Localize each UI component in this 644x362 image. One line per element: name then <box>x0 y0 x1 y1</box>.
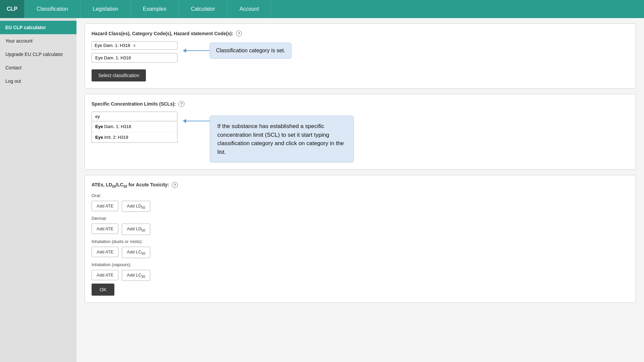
scl-input-area: Eye Dam. 1: H318 Eye Irrit. 2: H319 <box>92 112 177 143</box>
inhalation-vapours-add-ate-button[interactable]: Add ATE <box>92 270 118 280</box>
oral-add-ld50-button[interactable]: Add LD50 <box>122 201 150 212</box>
hazard-card: Hazard Class(es), Category Code(s), Haza… <box>85 23 636 88</box>
hazard-tag-label: Eye Dam. 1: H318 <box>95 43 130 48</box>
sidebar-item-eu-clp-calculator[interactable]: EU CLP calculator <box>0 21 76 34</box>
hazard-tag-close[interactable]: × <box>133 43 136 48</box>
scl-dropdown-item-1[interactable]: Eye Irrit. 2: H319 <box>92 132 177 142</box>
layout: EU CLP calculator Your account Upgrade E… <box>0 18 644 362</box>
scl-callout: If the substance has established a speci… <box>210 116 354 163</box>
sidebar-item-upgrade[interactable]: Upgrade EU CLP calculator <box>0 48 76 61</box>
scl-row: Eye Dam. 1: H318 Eye Irrit. 2: H319 If t… <box>92 112 629 163</box>
oral-buttons: Add ATE Add LD50 <box>92 201 629 212</box>
ate-card-title: ATEs, LD50/LC50 for Acute Toxicity: ? <box>92 182 629 188</box>
top-nav: CLP Classification Legislation Examples … <box>0 0 644 18</box>
inhalation-dusts-add-lc50-button[interactable]: Add LC50 <box>122 247 150 258</box>
inhalation-dusts-buttons: Add ATE Add LC50 <box>92 247 629 258</box>
hazard-input[interactable] <box>92 53 177 63</box>
nav-item-account[interactable]: Account <box>227 0 271 18</box>
sidebar-item-your-account[interactable]: Your account <box>0 34 76 48</box>
ate-card: ATEs, LD50/LC50 for Acute Toxicity: ? Or… <box>85 175 636 303</box>
scl-dropdown: Eye Dam. 1: H318 Eye Irrit. 2: H319 <box>92 121 177 143</box>
dermal-label: Dermal: <box>92 216 629 221</box>
inhalation-dusts-label: Inhalation (dusts or mists): <box>92 239 629 244</box>
ate-title-text: ATEs, LD50/LC50 for Acute Toxicity: <box>92 182 169 188</box>
nav-item-examples[interactable]: Examples <box>131 0 179 18</box>
nav-item-legislation[interactable]: Legislation <box>80 0 131 18</box>
select-classification-button[interactable]: Select classification <box>92 69 146 81</box>
inhalation-vapours-label: Inhalation (vapours): <box>92 262 629 267</box>
scl-arrow <box>183 118 210 124</box>
dermal-buttons: Add ATE Add LD50 <box>92 224 629 235</box>
scl-dropdown-item-0[interactable]: Eye Dam. 1: H318 <box>92 121 177 132</box>
nav-item-classification[interactable]: Classification <box>24 0 80 18</box>
inhalation-dusts-add-ate-button[interactable]: Add ATE <box>92 247 118 257</box>
scl-title-text: Specific Concentration Limits (SCLs): <box>92 101 176 107</box>
nav-item-calculator[interactable]: Calculator <box>179 0 227 18</box>
scl-input[interactable] <box>92 112 177 121</box>
hazard-title-text: Hazard Class(es), Category Code(s), Haza… <box>92 31 233 36</box>
dermal-add-ld50-button[interactable]: Add LD50 <box>122 224 150 235</box>
sidebar: EU CLP calculator Your account Upgrade E… <box>0 18 76 362</box>
hazard-card-title: Hazard Class(es), Category Code(s), Haza… <box>92 31 629 37</box>
scl-card: Specific Concentration Limits (SCLs): ? … <box>85 94 636 170</box>
scl-callout-text: If the substance has established a speci… <box>217 123 344 155</box>
scl-card-title: Specific Concentration Limits (SCLs): ? <box>92 101 629 107</box>
hazard-callout: Classification category is set. <box>210 43 291 59</box>
main-content: Hazard Class(es), Category Code(s), Haza… <box>76 18 644 362</box>
dermal-add-ate-button[interactable]: Add ATE <box>92 224 118 234</box>
oral-label: Oral: <box>92 193 629 198</box>
hazard-arrow <box>183 47 210 54</box>
hazard-callout-text: Classification category is set. <box>216 48 285 53</box>
hazard-help-icon[interactable]: ? <box>236 31 242 37</box>
oral-add-ate-button[interactable]: Add ATE <box>92 201 118 211</box>
sidebar-item-log-out[interactable]: Log out <box>0 74 76 88</box>
inhalation-vapours-buttons: Add ATE Add LC50 <box>92 270 629 281</box>
nav-item-clp[interactable]: CLP <box>0 0 24 18</box>
sidebar-item-contact[interactable]: Contact <box>0 61 76 74</box>
hazard-tag: Eye Dam. 1: H318 × <box>92 41 177 50</box>
inhalation-vapours-add-lc50-button[interactable]: Add LC50 <box>122 270 150 281</box>
ate-help-icon[interactable]: ? <box>172 182 178 188</box>
scl-help-icon[interactable]: ? <box>178 101 184 107</box>
ok-button[interactable]: OK <box>92 284 114 296</box>
